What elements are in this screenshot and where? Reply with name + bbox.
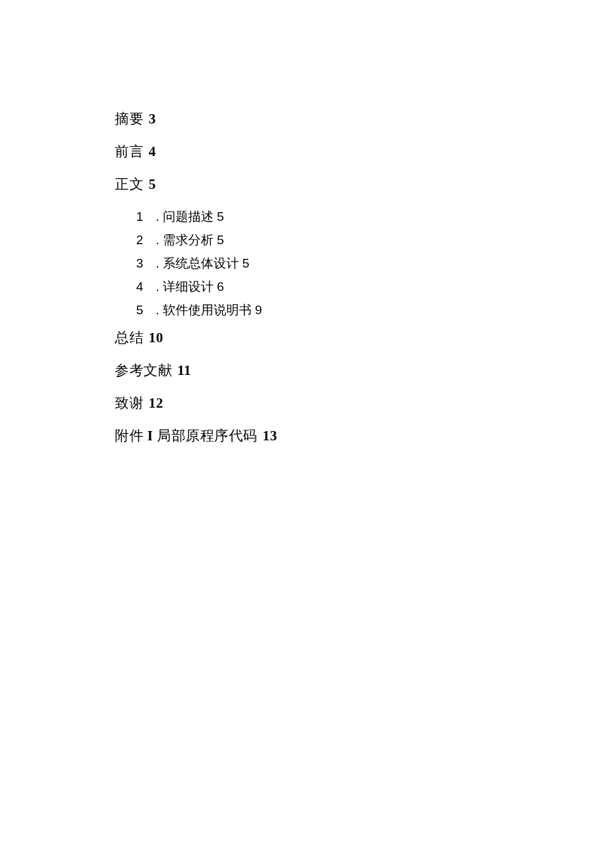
toc-entry-acknowledgments: 致谢 12 xyxy=(115,396,614,410)
toc-label: 参考文献 xyxy=(115,362,172,378)
toc-sub-number: 5 xyxy=(136,304,148,316)
toc-sub-number: 3 xyxy=(136,257,148,270)
toc-sub-number: 4 xyxy=(136,280,148,293)
toc-sub-label: . 问题描述 5 xyxy=(156,209,224,224)
toc-entry-preface: 前言 4 xyxy=(115,145,614,159)
toc-page-number: 3 xyxy=(149,111,156,127)
toc-page-number: 11 xyxy=(178,362,192,378)
toc-entry-body: 正文 5 xyxy=(115,177,614,191)
toc-label: 前言 xyxy=(115,143,143,159)
toc-entry-abstract: 摘要 3 xyxy=(115,112,614,126)
toc-entry-conclusion: 总结 10 xyxy=(115,331,614,345)
toc-sub-list: 1 . 问题描述 5 2 . 需求分析 5 3 . 系统总体设计 5 4 . 详… xyxy=(115,210,614,316)
toc-sub-entry: 1 . 问题描述 5 xyxy=(136,210,614,223)
toc-sub-entry: 2 . 需求分析 5 xyxy=(136,234,614,246)
toc-appendix-prefix: 附件 xyxy=(115,428,143,444)
toc-label: 致谢 xyxy=(115,395,143,411)
toc-sub-label: . 详细设计 6 xyxy=(156,280,224,294)
toc-page-number: 12 xyxy=(149,395,164,411)
toc-label: 总结 xyxy=(115,330,143,346)
toc-sub-number: 1 xyxy=(136,210,148,223)
toc-appendix-label: 局部原程序代码 xyxy=(157,428,258,444)
toc-sub-entry: 4 . 详细设计 6 xyxy=(136,280,614,293)
toc-sub-entry: 3 . 系统总体设计 5 xyxy=(136,257,614,270)
toc-entry-references: 参考文献 11 xyxy=(115,364,614,378)
toc-label: 摘要 xyxy=(115,111,143,127)
toc-sub-label: . 需求分析 5 xyxy=(156,233,224,247)
toc-sub-entry: 5 . 软件使用说明书 9 xyxy=(136,304,614,316)
toc-appendix-roman: I xyxy=(147,428,154,444)
toc-page-number: 13 xyxy=(262,428,277,444)
toc-sub-label: . 系统总体设计 5 xyxy=(156,256,249,270)
toc-page-number: 4 xyxy=(149,143,156,159)
toc-entry-appendix: 附件 I 局部原程序代码 13 xyxy=(115,429,614,443)
toc-sub-label: . 软件使用说明书 9 xyxy=(156,303,262,317)
toc-page-number: 10 xyxy=(149,330,164,346)
toc-page-number: 5 xyxy=(149,176,156,192)
toc-label: 正文 xyxy=(115,176,143,192)
toc-sub-number: 2 xyxy=(136,234,148,246)
